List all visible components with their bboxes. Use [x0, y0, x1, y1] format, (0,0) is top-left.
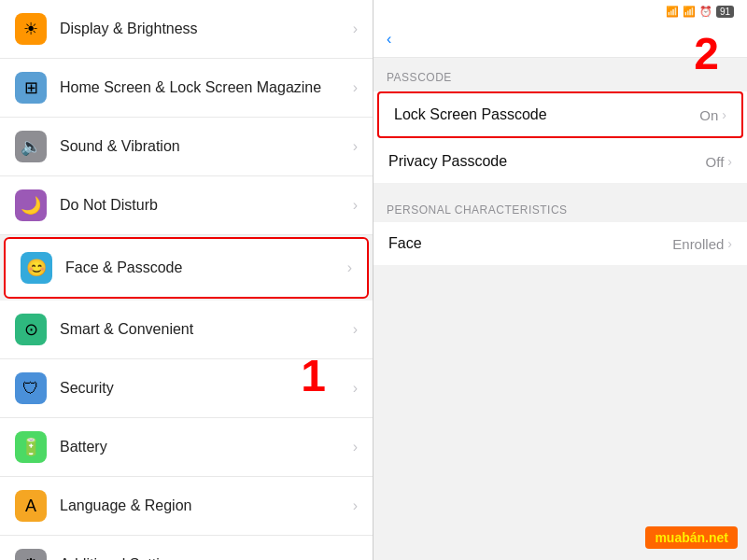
signal2-icon: 📶: [683, 6, 696, 18]
settings-item-sound-vibration[interactable]: 🔈Sound & Vibration›: [0, 118, 373, 176]
settings-list: ☀Display & Brightness›⊞Home Screen & Loc…: [0, 0, 373, 560]
face-chevron-icon: ›: [727, 236, 732, 251]
battery-icon: 🔋: [15, 431, 47, 463]
nav-bar: ‹: [374, 21, 747, 58]
face-passcode-chevron-icon: ›: [347, 259, 352, 276]
display-brightness-label: Display & Brightness: [60, 21, 353, 37]
settings-item-additional-settings[interactable]: ⚙Additional Settings›: [0, 536, 373, 560]
security-chevron-icon: ›: [353, 380, 358, 397]
lock-screen-passcode-label: Lock Screen Passcode: [394, 106, 699, 123]
settings-group-passcode: Lock Screen PasscodeOn›Privacy PasscodeO…: [374, 91, 747, 183]
display-brightness-chevron-icon: ›: [353, 21, 358, 37]
smart-convenient-icon: ⊙: [15, 314, 47, 345]
do-not-disturb-label: Do Not Disturb: [60, 197, 353, 214]
lock-screen-passcode-chevron-icon: ›: [722, 107, 726, 122]
privacy-passcode-chevron-icon: ›: [727, 154, 732, 169]
language-region-label: Language & Region: [60, 497, 353, 514]
home-lock-screen-icon: ⊞: [15, 72, 47, 104]
settings-item-battery[interactable]: 🔋Battery›: [0, 418, 373, 477]
status-bar: 📶 📶 ⏰ 91: [374, 0, 747, 21]
watermark-accent: net: [709, 530, 728, 545]
back-chevron-icon: ‹: [387, 31, 391, 48]
settings-item-smart-convenient[interactable]: ⊙Smart & Convenient›: [0, 301, 373, 359]
right-item-lock-screen-passcode[interactable]: Lock Screen PasscodeOn›: [377, 91, 743, 138]
smart-convenient-label: Smart & Convenient: [60, 321, 353, 338]
section-header-personal-characteristics: PERSONAL CHARACTERISTICS: [374, 190, 747, 222]
additional-settings-chevron-icon: ›: [353, 556, 358, 560]
language-region-chevron-icon: ›: [353, 497, 358, 514]
additional-settings-label: Additional Settings: [60, 556, 353, 560]
security-label: Security: [60, 380, 353, 397]
do-not-disturb-chevron-icon: ›: [353, 197, 358, 214]
left-settings-panel: ☀Display & Brightness›⊞Home Screen & Loc…: [0, 0, 374, 560]
sound-vibration-chevron-icon: ›: [353, 138, 358, 155]
home-lock-screen-chevron-icon: ›: [353, 79, 358, 96]
settings-group-personal-characteristics: FaceEnrolled›: [374, 222, 747, 265]
signal-icon: 📶: [666, 6, 679, 18]
settings-item-security[interactable]: 🛡Security›: [0, 359, 373, 418]
right-item-privacy-passcode[interactable]: Privacy PasscodeOff›: [374, 140, 747, 183]
right-sections: PASSCODELock Screen PasscodeOn›Privacy P…: [374, 58, 747, 273]
back-button[interactable]: ‹: [387, 31, 391, 48]
lock-screen-passcode-value: On: [699, 107, 718, 123]
settings-item-language-region[interactable]: ALanguage & Region›: [0, 477, 373, 536]
watermark: muabán.net: [645, 526, 738, 549]
sound-vibration-label: Sound & Vibration: [60, 138, 353, 155]
settings-item-display-brightness[interactable]: ☀Display & Brightness›: [0, 0, 373, 59]
home-lock-screen-label: Home Screen & Lock Screen Magazine: [60, 79, 353, 96]
face-passcode-label: Face & Passcode: [65, 259, 347, 276]
additional-settings-icon: ⚙: [15, 549, 47, 560]
right-item-face[interactable]: FaceEnrolled›: [374, 222, 747, 265]
right-detail-panel: 📶 📶 ⏰ 91 ‹ 2 PASSCODELock Screen Passcod…: [374, 0, 747, 560]
alarm-icon: ⏰: [699, 6, 712, 18]
battery-chevron-icon: ›: [353, 439, 358, 455]
language-region-icon: A: [15, 490, 47, 522]
face-passcode-icon: 😊: [21, 252, 52, 284]
face-value: Enrolled: [672, 236, 724, 252]
settings-item-face-passcode[interactable]: 😊Face & Passcode›: [4, 237, 369, 299]
privacy-passcode-value: Off: [706, 154, 725, 170]
do-not-disturb-icon: 🌙: [15, 189, 47, 221]
privacy-passcode-label: Privacy Passcode: [388, 153, 706, 170]
smart-convenient-chevron-icon: ›: [353, 321, 358, 338]
battery-badge: 91: [716, 6, 734, 18]
settings-item-home-lock-screen[interactable]: ⊞Home Screen & Lock Screen Magazine›: [0, 59, 373, 118]
section-header-passcode: PASSCODE: [374, 58, 747, 90]
face-label: Face: [388, 235, 672, 252]
status-icons: 📶 📶 ⏰ 91: [666, 6, 734, 18]
display-brightness-icon: ☀: [15, 13, 47, 45]
security-icon: 🛡: [15, 372, 47, 404]
sound-vibration-icon: 🔈: [15, 131, 47, 162]
battery-label: Battery: [60, 439, 353, 455]
watermark-text: muabán.net: [655, 530, 728, 545]
settings-item-do-not-disturb[interactable]: 🌙Do Not Disturb›: [0, 176, 373, 235]
